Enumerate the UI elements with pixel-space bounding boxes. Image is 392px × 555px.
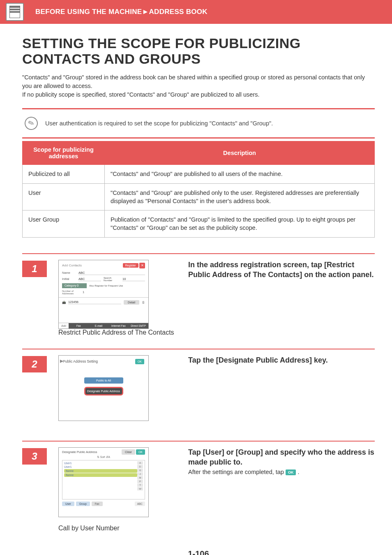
register-button[interactable]: Register [123, 263, 138, 268]
th-desc: Description [105, 141, 375, 165]
designate-public-address-button[interactable]: Designate Public Address [84, 387, 123, 395]
tab-add[interactable]: Add [59, 323, 69, 328]
breadcrumb-bar: BEFORE USING THE MACHINE►ADDRESS BOOK [0, 0, 392, 24]
step-number: 2 [22, 356, 47, 372]
step-2: 2 Public Address Setting OK Public to Al… [22, 349, 375, 441]
list-item[interactable]: fianne [64, 469, 137, 473]
cell-desc: "Contacts" and "Group" are published onl… [105, 183, 375, 210]
screen-title: Designate Public Address [62, 450, 97, 454]
name-field[interactable]: ABC [78, 271, 145, 275]
abc-button[interactable]: ABC [135, 502, 145, 506]
sort-label[interactable]: Sort [100, 456, 105, 458]
fax-number-field[interactable]: 123456 [68, 300, 121, 304]
step3-screenshot: Designate Public Address Clear OK ⇅ Sort… [58, 447, 174, 532]
step3-heading: Tap [User] or [Group] and specify who th… [188, 447, 375, 467]
step1-screenshot: Add Contacts Register ✕ NameABC InitialA… [58, 260, 174, 336]
cell-desc: "Contacts" and "Group" are published to … [105, 165, 375, 183]
step-number: 1 [22, 261, 47, 277]
initial-label: Initial [62, 277, 76, 281]
ok-inline-icon: OK [286, 469, 296, 475]
screen-title: Public Address Setting [63, 359, 98, 363]
tab-direct-smtp[interactable]: Direct SMTP [129, 323, 148, 328]
tab-email[interactable]: E-mail [89, 323, 108, 328]
page-title: SETTING THE SCOPE FOR PUBLICIZING CONTAC… [22, 35, 375, 67]
step2-heading: Tap the [Designate Public Address] key. [188, 355, 375, 365]
list-item[interactable]: User1 [64, 461, 137, 465]
name-label: Name [62, 271, 76, 275]
cell-desc: Publication of "Contacts" and "Group" is… [105, 210, 375, 238]
cell-scope: User Group [23, 210, 105, 238]
alpha-index[interactable]: A D G J M P T W [137, 461, 143, 498]
machine-icon [6, 3, 24, 21]
cell-scope: Publicized to all [23, 165, 105, 183]
step-3: 3 Designate Public Address Clear OK ⇅ So… [22, 441, 375, 544]
user-tab[interactable]: User [62, 502, 74, 506]
action-call-by-user-number[interactable]: Call by User Number [58, 525, 174, 532]
table-row: Publicized to all "Contacts" and "Group"… [23, 165, 375, 183]
step1-heading: In the address registration screen, tap … [188, 260, 375, 280]
search-number-field[interactable]: 10 [122, 277, 145, 281]
also-register-checkbox[interactable]: Also Register for Frequent Use [89, 284, 123, 287]
table-row: User "Contacts" and "Group" are publishe… [23, 183, 375, 210]
list-item[interactable]: fianne [64, 473, 137, 477]
cell-scope: User [23, 183, 105, 210]
action-restrict-public-address[interactable]: Restrict Public Address of The Contacts [58, 329, 174, 336]
category-select[interactable]: Category 0 [62, 283, 87, 288]
scope-table: Scope for publicizing addresses Descript… [22, 141, 375, 237]
expand-icon[interactable]: ▸ [60, 357, 63, 365]
close-icon[interactable]: ✕ [139, 263, 145, 268]
screen-title: Add Contacts [62, 264, 82, 267]
step2-screenshot: Public Address Setting OK Public to All … [58, 355, 174, 428]
ok-button[interactable]: OK [135, 359, 144, 364]
detail-button[interactable]: Detail [124, 300, 139, 305]
step3-subtext: After the settings are completed, tap OK… [188, 469, 375, 475]
list-item[interactable]: User1 [64, 465, 137, 469]
intro-text: "Contacts" and "Group" stored in the add… [22, 73, 375, 99]
tab-fax[interactable]: Fax [69, 323, 88, 328]
note-text: User authentication is required to set t… [45, 120, 273, 127]
table-row: User Group Publication of "Contacts" and… [23, 210, 375, 238]
breadcrumb: BEFORE USING THE MACHINE►ADDRESS BOOK [35, 8, 208, 16]
pencil-icon: ✎ [23, 115, 39, 132]
divider [22, 137, 375, 139]
tab-internet-fax[interactable]: Internet Fax [108, 323, 128, 328]
search-number-label: Search Number [104, 277, 120, 282]
clear-button[interactable]: Clear [122, 449, 135, 455]
num-addresses-value: 1 [83, 290, 84, 294]
fax-dropdown[interactable]: Fax [92, 502, 103, 506]
group-tab[interactable]: Group [76, 502, 90, 506]
step-1: 1 Add Contacts Register ✕ NameABC Initia… [22, 253, 375, 349]
page-number: 1-106 [22, 549, 375, 555]
note-block: ✎ User authentication is required to set… [22, 109, 375, 137]
initial-field[interactable]: ABC [78, 277, 101, 281]
th-scope: Scope for publicizing addresses [23, 141, 105, 165]
num-addresses-label: Number of Addresses [62, 290, 80, 295]
step-number: 3 [22, 448, 47, 465]
ok-button[interactable]: OK [136, 449, 145, 455]
public-to-all-button[interactable]: Public to All [84, 377, 123, 384]
